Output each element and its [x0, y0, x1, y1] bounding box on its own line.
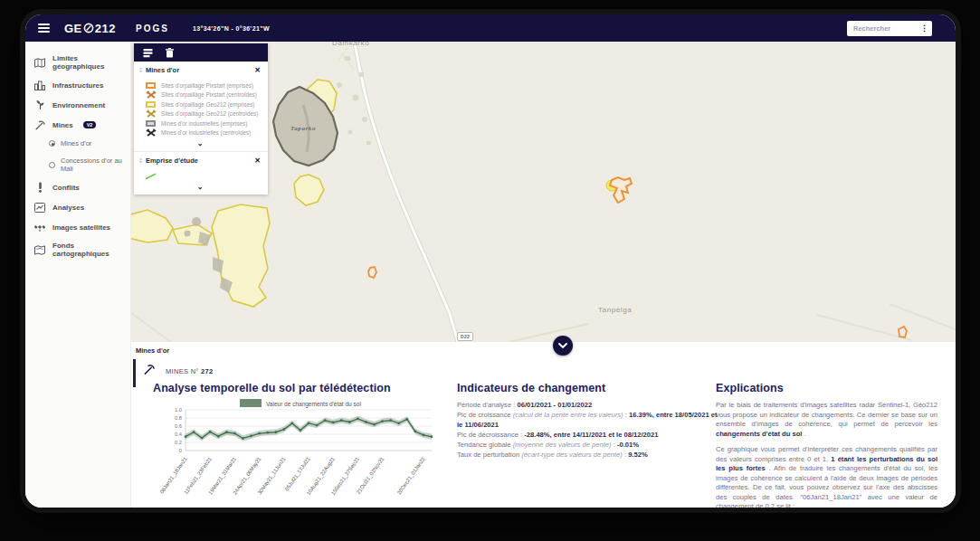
sidebar-item-fonds-cartographiques[interactable]: Fonds cartographiques [25, 237, 130, 262]
legend-item: Sites d'orpaillage Geo212 (emprises) [145, 100, 261, 109]
trash-icon[interactable] [166, 48, 174, 58]
place-label: Taparko [290, 125, 316, 132]
place-label: Tanpèlga [598, 306, 632, 314]
legend-item-label: Sites d'orpaillage Pixstart (centroïdes) [161, 91, 257, 98]
app-logo: GE 212 [64, 22, 116, 35]
legend-item: Mines d'or industrielles (emprises) [145, 119, 261, 128]
chart-point [405, 418, 408, 421]
search-input[interactable] [853, 24, 920, 33]
legend-item: Sites d'orpaillage Pixstart (emprises) [145, 81, 261, 90]
sidebar-item-label: Images satellites [52, 223, 110, 232]
chart-point [316, 424, 319, 427]
sidebar-subitem-label: Concessions d'or au Mali [61, 157, 130, 173]
chart-title: Analyse temporelle du sol par télédétect… [153, 382, 443, 394]
chart-point [300, 429, 302, 432]
chart-point [266, 432, 269, 434]
legend-item-label: Mines d'or industrielles (centroïdes) [161, 129, 251, 136]
legend-panel: ⁞⁞Mines d'or✕Sites d'orpaillage Pixstart… [134, 43, 268, 195]
close-icon[interactable]: ✕ [254, 157, 261, 165]
legend-item: Sites d'orpaillage Pixstart (centroïdes) [145, 90, 261, 100]
chart-point [250, 434, 252, 437]
chart-point [308, 422, 310, 424]
layers-icon[interactable] [143, 48, 153, 58]
hamburger-menu-icon[interactable] [38, 24, 50, 33]
map-canvas[interactable]: DamkarkoTaparkoTanpèlgaD22 ⁞⁞Mines d'or✕… [131, 42, 956, 342]
main-area: DamkarkoTaparkoTanpèlgaD22 ⁞⁞Mines d'or✕… [131, 42, 956, 508]
chevron-down-icon[interactable]: ⌄ [139, 139, 261, 148]
indicator-line: Pic de croissance (calcul de la pente en… [457, 410, 721, 430]
green-line-swatch [145, 171, 157, 181]
drag-handle-icon[interactable]: ⁞⁞ [139, 157, 141, 164]
chart-x-tick-label: 19Mar21_31Mar21 [207, 456, 237, 496]
sidebar-item-analyses[interactable]: Analyses [25, 197, 130, 217]
chevron-down-icon[interactable]: ⌄ [139, 183, 261, 192]
svg-text:0: 0 [179, 448, 182, 453]
chart-legend-swatch [240, 399, 262, 407]
accent-bar [133, 359, 136, 387]
chart-point [201, 437, 204, 440]
map-icon [34, 57, 45, 68]
sidebar-item-label: Mines [52, 121, 73, 129]
legend-section-mines-d-or: ⁞⁞Mines d'or✕Sites d'orpaillage Pixstart… [134, 62, 268, 152]
sidebar-item-limites-g-ographiques[interactable]: Limites géographiques [25, 50, 130, 75]
drag-handle-icon[interactable]: ⁞⁞ [139, 67, 141, 73]
collapse-panel-button[interactable] [553, 336, 573, 356]
logo-text-prefix: GE [64, 22, 82, 35]
close-icon[interactable]: ✕ [254, 66, 261, 74]
detail-panel: Mines d'or MINES N° 272 Analyse temporel… [131, 342, 956, 508]
chart-point [389, 419, 392, 422]
sidebar: Limites géographiquesInfrastructuresEnvi… [25, 42, 131, 508]
explanations-section: Explications Par le biais de traitements… [716, 382, 937, 508]
sidebar-item-label: Limites géographiques [52, 54, 130, 71]
explanation-paragraph: Par le biais de traitements d'images sat… [716, 401, 937, 439]
legend-header [134, 43, 268, 62]
timeseries-chart: Valeur de changements d'état du sol00.20… [149, 399, 441, 508]
compass-icon [83, 23, 94, 33]
satellite-icon [34, 222, 45, 233]
svg-text:0.2: 0.2 [175, 440, 182, 445]
sidebar-subitem-label: Mines d'or [61, 139, 91, 147]
sidebar-item-environnement[interactable]: Environnement [25, 95, 130, 115]
chart-point [397, 422, 400, 424]
chart-point [414, 430, 416, 432]
svg-text:0.4: 0.4 [175, 432, 183, 437]
sidebar-item-label: Analyses [52, 204, 84, 212]
kebab-menu-icon[interactable]: ⋮ [920, 24, 928, 33]
coordinates-readout: 13°34'26"N - 0°36'21"W [193, 25, 270, 32]
chart-x-tick-label: 24Apr21_06May21 [232, 456, 262, 496]
mine-title-prefix: MINES N° [166, 367, 199, 375]
radio-icon[interactable] [49, 140, 55, 147]
chart-point [324, 419, 327, 422]
chart-confidence-band [186, 416, 432, 441]
sidebar-subitem-mines-d-or[interactable]: Mines d'or [25, 135, 130, 152]
selected-gold-site[interactable] [606, 177, 632, 203]
sidebar-item-conflits[interactable]: Conflits [25, 177, 130, 197]
sidebar-item-label: Environnement [52, 101, 105, 109]
sidebar-item-infrastructures[interactable]: Infrastructures [25, 75, 130, 95]
warning-icon [34, 182, 45, 193]
app-window: GE 212 POGS 13°34'26"N - 0°36'21"W ⋮ Lim… [25, 14, 956, 508]
svg-text:0.8: 0.8 [175, 415, 182, 421]
sidebar-item-label: Infrastructures [52, 81, 103, 90]
svg-text:1.0: 1.0 [175, 407, 182, 413]
chart-point [365, 421, 367, 423]
basemap-icon [34, 244, 45, 255]
chart-point [233, 432, 236, 435]
mine-title: MINES N° 272 [166, 367, 213, 375]
logo-text-suffix: 212 [95, 22, 116, 35]
pickaxe-icon [34, 119, 45, 130]
gold-site-polygons-pixstart[interactable] [368, 267, 907, 337]
breadcrumb: Mines d'or [136, 346, 169, 355]
legend-body: ⁞⁞Mines d'or✕Sites d'orpaillage Pixstart… [134, 62, 268, 195]
radio-icon[interactable] [49, 162, 55, 168]
sidebar-item-mines[interactable]: MinesV2 [25, 115, 130, 135]
legend-item-label: Sites d'orpaillage Geo212 (centroïdes) [161, 110, 258, 117]
sidebar-subitem-concessions-d-or-au-mali[interactable]: Concessions d'or au Mali [25, 152, 130, 177]
indicator-line: Tendance globale (moyenne des valeurs de… [457, 440, 721, 450]
legend-section-title: Mines d'or [146, 66, 250, 74]
buildings-icon [34, 80, 45, 90]
sidebar-item-images-satellites[interactable]: Images satellites [25, 217, 130, 237]
indicator-line: Période d'analyse : 06/01/2021 - 01/01/2… [457, 400, 721, 410]
version-badge: V2 [83, 121, 97, 128]
chart-legend-label: Valeur de changements d'état du sol [266, 401, 361, 408]
